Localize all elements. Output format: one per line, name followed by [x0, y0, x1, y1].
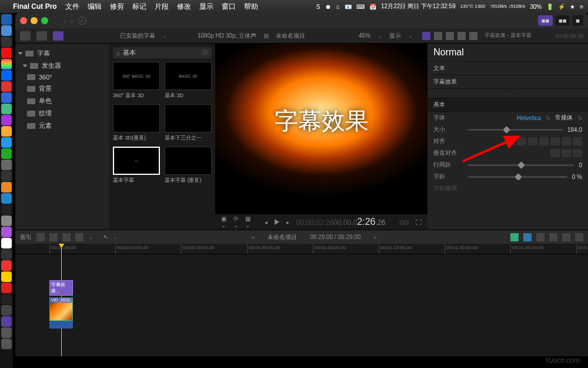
timeline-clip[interactable]: 字幕效果... VID_2019...: [49, 280, 73, 329]
menu-modify[interactable]: 修改: [177, 2, 191, 12]
workspace-toggle[interactable]: ■■: [538, 15, 553, 26]
timeline-ruler[interactable]: 00:00:00:00 00:00:15:00.00 00:00:30:00.0…: [15, 244, 588, 254]
star-icon[interactable]: ★: [570, 4, 575, 10]
index-button[interactable]: 索引: [20, 233, 32, 241]
dock-app[interactable]: [1, 171, 12, 181]
photos-tab[interactable]: [36, 31, 47, 41]
loop-icon[interactable]: ⊡⊡: [399, 219, 409, 226]
clear-search-icon[interactable]: ⓧ: [202, 48, 208, 57]
track-slider[interactable]: [467, 176, 567, 178]
wifi-icon[interactable]: ⚡: [558, 4, 565, 10]
sidebar-item[interactable]: 元素: [15, 120, 109, 132]
title-thumb[interactable]: BASIC 3D基本 3D: [165, 62, 212, 100]
dock-app[interactable]: [1, 327, 12, 338]
align-right-icon[interactable]: [528, 137, 537, 145]
project-name[interactable]: 未命名项目: [276, 32, 305, 40]
sidebar-root[interactable]: 字幕: [15, 47, 109, 59]
status-rec[interactable]: ⏺: [325, 4, 331, 10]
inspector-tab-icon[interactable]: [469, 32, 477, 40]
timeline-zoom-icon[interactable]: [575, 233, 583, 241]
status-s[interactable]: S: [316, 4, 320, 10]
dock-app[interactable]: [1, 305, 12, 316]
menu-edit[interactable]: 编辑: [88, 2, 102, 12]
audio-clip[interactable]: [49, 320, 73, 329]
inspector-tab-icon[interactable]: [434, 32, 442, 40]
sidebar-item[interactable]: 发生器: [15, 59, 109, 72]
status-kb[interactable]: ⌨: [356, 4, 365, 10]
dock-app[interactable]: [1, 238, 12, 248]
dock-app[interactable]: [1, 14, 12, 25]
text-inspector-icon[interactable]: [422, 32, 430, 40]
valign-middle-icon[interactable]: [562, 149, 571, 157]
retime-menu-icon[interactable]: ⟳ ⌄: [233, 216, 238, 228]
dock-app[interactable]: [1, 316, 12, 327]
menu-mark[interactable]: 标记: [132, 2, 146, 12]
sidebar-item[interactable]: 单色: [15, 95, 109, 107]
disclosure-triangle-icon[interactable]: [18, 52, 23, 55]
skimming-icon[interactable]: [510, 233, 519, 241]
align-justify-right-icon[interactable]: [573, 137, 582, 145]
history-fwd-icon[interactable]: ▸: [374, 234, 377, 240]
viewer-canvas[interactable]: 字幕效果: [215, 44, 427, 214]
close-button[interactable]: [20, 17, 27, 24]
sidebar-item[interactable]: 360°: [15, 72, 109, 82]
dock-app[interactable]: [1, 70, 12, 81]
clip-appearance-icon[interactable]: [562, 233, 570, 241]
solo-icon[interactable]: [536, 233, 544, 241]
snap-icon[interactable]: [549, 233, 557, 241]
align-justify-icon[interactable]: [539, 137, 549, 145]
title-thumb[interactable]: 基本字幕 (垂直): [165, 147, 212, 184]
library-tab[interactable]: [20, 31, 31, 41]
font-style-dropdown[interactable]: 常规体: [555, 114, 573, 122]
size-value[interactable]: 184.0: [567, 127, 582, 133]
search-input[interactable]: [123, 49, 199, 57]
menu-help[interactable]: 帮助: [244, 2, 258, 12]
select-tool-icon[interactable]: ↖: [103, 234, 108, 240]
text-style-dropdown[interactable]: Normal: [427, 44, 588, 62]
dock-app[interactable]: [1, 193, 12, 204]
clock[interactable]: 12月22日 周日 下午12:32:59: [381, 2, 456, 11]
dock-app[interactable]: [1, 204, 12, 215]
dock-app[interactable]: [1, 182, 12, 193]
sidebar-item[interactable]: 背景: [15, 82, 109, 95]
import-icon[interactable]: ↓: [64, 17, 67, 24]
keyword-icon[interactable]: ⌕: [71, 17, 75, 24]
timeline-project-name[interactable]: 未命名项目: [268, 234, 297, 240]
dock-app[interactable]: [1, 216, 12, 226]
fullscreen-icon[interactable]: ⛶: [416, 219, 422, 226]
dock-app[interactable]: [1, 115, 12, 125]
titles-tab[interactable]: [53, 31, 64, 41]
enhance-menu-icon[interactable]: ▦ ⌄: [245, 216, 250, 228]
browser-title[interactable]: 已安装的字幕: [120, 32, 155, 40]
dock-app[interactable]: [1, 227, 12, 237]
dock-app[interactable]: [1, 283, 12, 293]
menu-view[interactable]: 显示: [199, 2, 213, 12]
bg-tasks-icon[interactable]: ✓: [78, 16, 86, 25]
dock-app[interactable]: [1, 294, 12, 304]
inspector-tab-icon[interactable]: [446, 32, 454, 40]
title-thumb[interactable]: 360° BASIC 3D360° 基本 3D: [113, 62, 160, 100]
status-music[interactable]: ♫: [336, 4, 340, 10]
next-edit-icon[interactable]: ▸: [286, 219, 289, 226]
app-name[interactable]: Final Cut Pro: [13, 2, 57, 11]
dock-app[interactable]: [1, 104, 12, 114]
valign-top-icon[interactable]: [550, 149, 560, 157]
dock-app[interactable]: [1, 59, 12, 69]
title-thumb[interactable]: 基本 3D(垂直): [113, 104, 160, 142]
overwrite-icon[interactable]: [75, 233, 83, 241]
basic-section-header[interactable]: 基本: [427, 98, 588, 112]
dock-app[interactable]: [1, 137, 12, 148]
append-icon[interactable]: [62, 233, 71, 241]
status-cal[interactable]: 📅: [369, 4, 376, 10]
transform-menu-icon[interactable]: ▣ ⌄: [221, 216, 226, 228]
dock-app[interactable]: [1, 37, 12, 47]
workspace-toggle[interactable]: ■■: [555, 15, 570, 26]
line-value[interactable]: 0: [579, 162, 582, 168]
inspector-tab-icon[interactable]: [457, 32, 466, 40]
sidebar-item[interactable]: 纹理: [15, 107, 109, 120]
view-menu[interactable]: 显示: [389, 32, 401, 40]
viewer-timecode[interactable]: 00:00:02:2600.00.02:26.26: [296, 217, 385, 227]
disclosure-triangle-icon[interactable]: [23, 64, 28, 67]
status-mail[interactable]: 📧: [345, 4, 352, 10]
zoom-button[interactable]: [41, 17, 48, 24]
